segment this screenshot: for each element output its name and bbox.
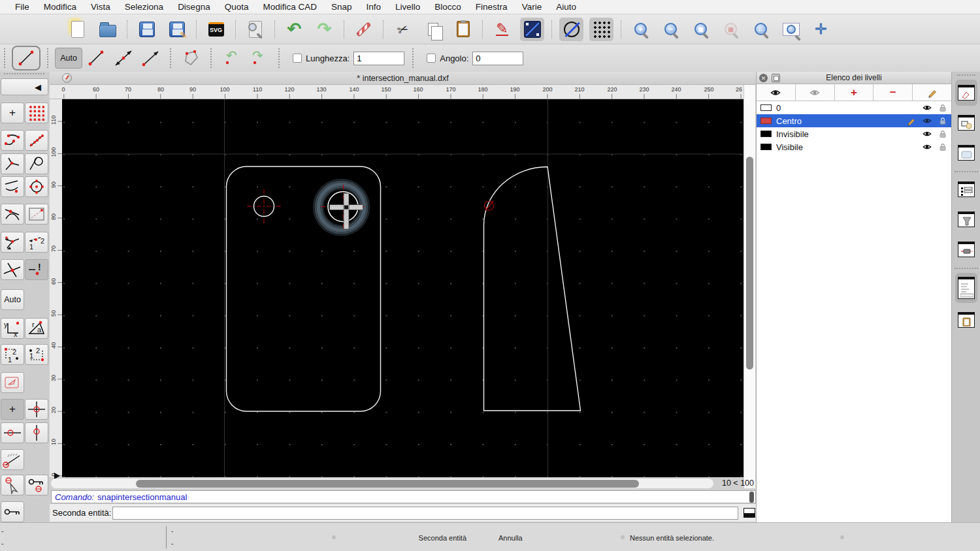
delete-button[interactable] [351,18,376,41]
lock-relative-zero-button[interactable] [25,475,48,496]
polyline-button[interactable] [178,46,205,71]
rel-cartesian-button[interactable]: 12 [1,344,24,365]
circle-slash-toggle-button[interactable] [559,18,583,41]
command-dock-button[interactable] [955,273,977,303]
menu-livello[interactable]: Livello [388,2,427,12]
zoom-previous-button[interactable]: ← [749,18,773,41]
palette-handle[interactable] [4,73,44,74]
show-all-layers-button[interactable] [757,84,796,101]
length-checkbox[interactable] [293,54,302,63]
tool-options-dock-button[interactable] [955,236,977,262]
menu-varie[interactable]: Varie [515,2,549,12]
command-history[interactable]: Comando: snapintersectionmanual [51,490,756,503]
layer-row-0[interactable]: 0 [757,101,951,114]
toolbar-handle[interactable] [210,48,216,68]
rel-polar-button[interactable]: 12 [25,344,48,365]
angle-gauge-button[interactable] [1,449,24,470]
menu-disegna[interactable]: Disegna [171,2,218,12]
relative-zero-button[interactable] [1,501,24,522]
layer-color-swatch[interactable] [760,118,772,124]
print-preview-button[interactable] [243,18,267,41]
line-auto-mode-button[interactable]: Auto [55,48,82,69]
select-entity-lock-button[interactable] [1,475,24,496]
angle-checkbox[interactable] [427,54,436,63]
save-as-button[interactable]: ✎ [165,18,189,41]
snap-tangent-button[interactable] [25,153,48,174]
sail-entity[interactable] [484,167,581,411]
snap-endpoint-button[interactable] [1,130,24,151]
snap-on-entity-button[interactable] [25,130,48,151]
remove-layer-button[interactable]: − [874,84,913,101]
keyboard-icon[interactable] [743,508,755,518]
line-segment-selected-button[interactable] [12,46,41,71]
menu-file[interactable]: File [8,2,37,12]
blocks-dock-button[interactable] [955,110,977,136]
clipboard-dock-button[interactable] [955,307,977,333]
menu-snap[interactable]: Snap [324,2,359,12]
palette-auto-button[interactable]: Auto [1,289,24,310]
toolbar-handle[interactable] [170,48,175,68]
menu-quota[interactable]: Quota [218,2,256,12]
layers-panel-titlebar[interactable]: ✕ Elenco dei livelli [757,72,951,84]
undo-segment-button[interactable]: ↶ [218,46,246,71]
snap-exclamation-button[interactable]: ! [25,259,48,280]
document-titlebar[interactable]: * intersection_manual.dxf [50,72,756,85]
zoom-out-button[interactable]: − [659,18,683,41]
close-panel-button[interactable]: ✕ [759,74,768,82]
dock-handle[interactable] [957,74,975,76]
layer-visibility-icon[interactable] [922,116,932,125]
drawing-canvas[interactable] [62,99,743,477]
redo-button[interactable]: ↷ [312,18,336,41]
layer-lock-icon[interactable] [938,142,947,152]
grid-toggle-button[interactable] [589,18,613,41]
edit-layer-button[interactable] [913,84,951,101]
line-arrow-button[interactable] [137,46,165,71]
vertical-scrollbar[interactable] [743,85,755,488]
vertical-scrollbar-thumb[interactable] [746,157,753,370]
restrict-nothing-button[interactable]: + [1,399,24,420]
horizontal-scrollbar[interactable] [51,479,713,488]
layer-color-swatch[interactable] [760,104,772,111]
horizontal-scrollbar-thumb[interactable] [136,480,639,488]
undo-button[interactable]: ↶ [282,18,306,41]
library-dock-button[interactable] [955,140,977,166]
line-tool-button[interactable] [520,18,544,41]
toolbar-handle[interactable] [4,48,9,68]
copy-button[interactable] [421,18,445,41]
menu-seleziona[interactable]: Seleziona [118,2,171,12]
layer-color-swatch[interactable] [760,144,772,150]
layer-lock-icon[interactable] [938,103,947,113]
coord-polar-button[interactable]: ra [25,318,48,339]
coord-cartesian-button[interactable]: yx [1,318,24,339]
zoom-auto-button[interactable]: ▣ [689,18,713,41]
restrict-orthogonal-button[interactable] [25,399,48,420]
snap-grid-button[interactable] [25,102,48,123]
layer-row-invisibile[interactable]: Invisibile [757,127,951,140]
paste-button[interactable] [451,18,475,41]
new-document-button[interactable] [65,18,90,41]
line-two-points-button[interactable] [82,46,110,71]
restrict-box-button[interactable] [25,204,48,225]
edit-entity-button[interactable]: ✎ [490,18,514,41]
length-input[interactable] [353,52,404,65]
menu-vista[interactable]: Vista [84,2,118,12]
snap-free-button[interactable]: + [1,102,24,123]
open-button[interactable] [95,18,120,41]
command-history-scrollbar[interactable] [749,492,754,503]
snap-cross-button[interactable] [1,259,24,280]
restrict-horizontal-button[interactable] [1,422,24,443]
zoom-window-button[interactable] [779,18,803,41]
layer-visibility-icon[interactable] [922,129,932,138]
layer-visibility-icon[interactable] [922,103,932,112]
angle-input[interactable] [472,52,523,65]
menu-finestra[interactable]: Finestra [468,2,515,12]
add-layer-button[interactable]: + [835,84,874,101]
toolbar-handle[interactable] [278,48,284,68]
entity-list-dock-button[interactable] [955,176,977,202]
menu-info[interactable]: Info [359,2,389,12]
snap-middle-button[interactable] [1,176,24,197]
menu-modifica-cad[interactable]: Modifica CAD [255,2,324,12]
layers-dock-button[interactable] [955,80,977,106]
snap-perpendicular-button[interactable] [1,153,24,174]
layer-row-visibile[interactable]: Visibile [757,140,951,153]
